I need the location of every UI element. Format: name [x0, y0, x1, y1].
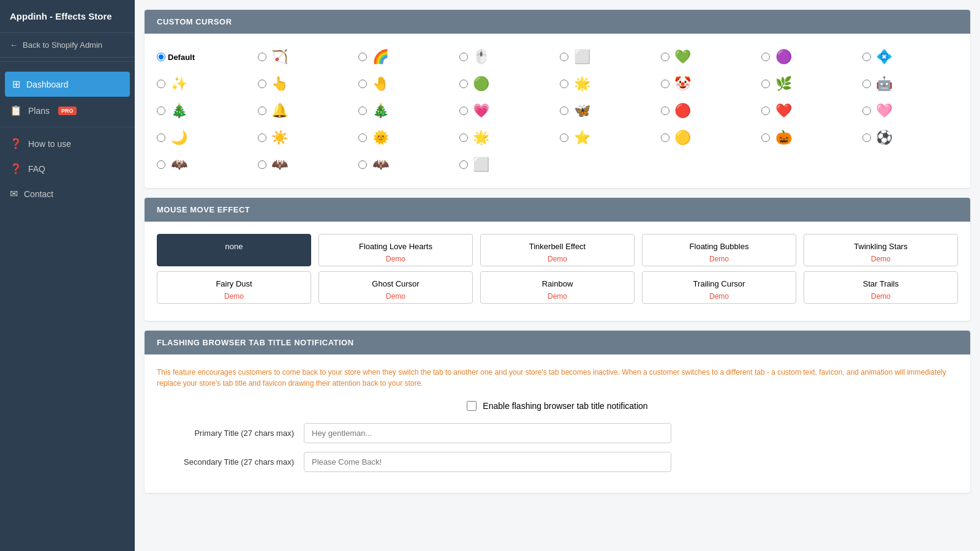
plans-icon: 📋 [10, 105, 22, 116]
cursor-option-13[interactable]: 🤡 [661, 73, 757, 95]
effect-row-2: Fairy Dust Demo Ghost Cursor Demo Rainbo… [157, 271, 958, 304]
cursor-option-30[interactable]: 🎃 [761, 127, 858, 149]
effect-star-trails[interactable]: Star Trails Demo [804, 271, 958, 304]
cursor-option-21[interactable]: 🔴 [661, 100, 757, 122]
cursor-option-29[interactable]: 🟡 [661, 127, 757, 149]
cursor-option-35[interactable]: ⬜ [459, 154, 556, 176]
sidebar: Appdinh - Effects Store ← Back to Shopif… [0, 0, 135, 551]
cursor-option-25[interactable]: ☀️ [258, 127, 354, 149]
sidebar-item-plans[interactable]: 📋 Plans PRO [0, 98, 135, 123]
effect-fairy-dust[interactable]: Fairy Dust Demo [157, 271, 311, 304]
effect-floating-love-hearts[interactable]: Floating Love Hearts Demo [318, 234, 473, 266]
effect-ghost-cursor[interactable]: Ghost Cursor Demo [318, 271, 473, 304]
secondary-title-row: Secondary Title (27 chars max) [157, 452, 958, 472]
faq-icon: ❓ [10, 163, 22, 174]
secondary-title-label: Secondary Title (27 chars max) [157, 457, 304, 467]
custom-cursor-body: Default 🏹 🌈 🖱️ ⬜ 💚 🟣 💠 ✨ 👆 🤚 🟢 🌟 🤡 🌿 🤖 [145, 34, 970, 188]
cursor-option-26[interactable]: 🌞 [358, 127, 454, 149]
cursor-option-19[interactable]: 💗 [459, 100, 556, 122]
cursor-option-4[interactable]: ⬜ [560, 46, 656, 68]
cursor-option-10[interactable]: 🤚 [358, 73, 454, 95]
cursor-default[interactable]: Default [157, 53, 253, 62]
mouse-move-effect-section: MOUSE MOVE EFFECT none Floating Love Hea… [145, 198, 970, 321]
cursor-option-23[interactable]: 🩷 [862, 100, 959, 122]
enable-row: Enable flashing browser tab title notifi… [157, 401, 958, 411]
cursor-option-7[interactable]: 💠 [862, 46, 959, 68]
enable-flashing-checkbox[interactable] [467, 401, 477, 411]
enable-flashing-label[interactable]: Enable flashing browser tab title notifi… [483, 401, 647, 411]
how-to-use-icon: ❓ [10, 138, 22, 149]
effect-tinkerbell[interactable]: Tinkerbell Effect Demo [480, 234, 635, 266]
cursor-default-radio[interactable] [157, 53, 165, 61]
cursor-option-11[interactable]: 🟢 [459, 73, 556, 95]
sidebar-item-contact[interactable]: ✉ Contact [0, 181, 135, 206]
effect-rainbow[interactable]: Rainbow Demo [480, 271, 635, 304]
cursor-option-34[interactable]: 🦇 [358, 154, 454, 176]
effect-none[interactable]: none [157, 234, 311, 266]
mouse-move-body: none Floating Love Hearts Demo Tinkerbel… [145, 222, 970, 321]
cursor-option-22[interactable]: ❤️ [761, 100, 858, 122]
sidebar-item-how-to-use[interactable]: ❓ How to use [0, 131, 135, 156]
cursor-option-32[interactable]: 🦇 [157, 154, 253, 176]
pro-badge: PRO [58, 107, 77, 115]
main-content: CUSTOM CURSOR Default 🏹 🌈 🖱️ ⬜ 💚 🟣 💠 ✨ 👆… [135, 0, 980, 551]
cursor-option-24[interactable]: 🌙 [157, 127, 253, 149]
effect-row-1: none Floating Love Hearts Demo Tinkerbel… [157, 234, 958, 266]
primary-title-input[interactable] [304, 423, 671, 443]
nav-section: ⊞ Dashboard 📋 Plans PRO ❓ How to use ❓ F… [0, 66, 135, 211]
cursor-option-8[interactable]: ✨ [157, 73, 253, 95]
custom-cursor-header: CUSTOM CURSOR [145, 10, 970, 34]
cursor-option-3[interactable]: 🖱️ [459, 46, 556, 68]
cursor-option-2[interactable]: 🌈 [358, 46, 454, 68]
cursor-option-15[interactable]: 🤖 [862, 73, 959, 95]
flashing-tab-header: FLASHING BROWSER TAB TITLE NOTIFICATION [145, 331, 970, 354]
primary-title-row: Primary Title (27 chars max) [157, 423, 958, 443]
cursor-option-9[interactable]: 👆 [258, 73, 354, 95]
effect-trailing-cursor[interactable]: Trailing Cursor Demo [642, 271, 796, 304]
back-to-shopify[interactable]: ← Back to Shopify Admin [0, 33, 135, 58]
effect-twinkling-stars[interactable]: Twinkling Stars Demo [804, 234, 958, 266]
back-arrow-icon: ← [10, 40, 18, 50]
cursor-option-31[interactable]: ⚽ [862, 127, 959, 149]
cursor-grid: Default 🏹 🌈 🖱️ ⬜ 💚 🟣 💠 ✨ 👆 🤚 🟢 🌟 🤡 🌿 🤖 [157, 46, 958, 176]
contact-icon: ✉ [10, 188, 18, 200]
effect-floating-bubbles[interactable]: Floating Bubbles Demo [642, 234, 796, 266]
cursor-option-1[interactable]: 🏹 [258, 46, 354, 68]
cursor-option-17[interactable]: 🔔 [258, 100, 354, 122]
cursor-option-28[interactable]: ⭐ [560, 127, 656, 149]
sidebar-item-faq[interactable]: ❓ FAQ [0, 156, 135, 181]
cursor-option-27[interactable]: 🌟 [459, 127, 556, 149]
cursor-option-14[interactable]: 🌿 [761, 73, 858, 95]
custom-cursor-section: CUSTOM CURSOR Default 🏹 🌈 🖱️ ⬜ 💚 🟣 💠 ✨ 👆… [145, 10, 970, 188]
flashing-tab-body: This feature encourages customers to com… [145, 354, 970, 493]
dashboard-icon: ⊞ [12, 78, 20, 90]
cursor-option-18[interactable]: 🎄 [358, 100, 454, 122]
flashing-tab-section: FLASHING BROWSER TAB TITLE NOTIFICATION … [145, 331, 970, 493]
cursor-option-16[interactable]: 🎄 [157, 100, 253, 122]
app-title: Appdinh - Effects Store [0, 0, 135, 33]
primary-title-label: Primary Title (27 chars max) [157, 429, 304, 438]
secondary-title-input[interactable] [304, 452, 671, 472]
flashing-description: This feature encourages customers to com… [157, 367, 958, 389]
cursor-option-5[interactable]: 💚 [661, 46, 757, 68]
mouse-move-header: MOUSE MOVE EFFECT [145, 198, 970, 222]
cursor-option-20[interactable]: 🦋 [560, 100, 656, 122]
cursor-option-6[interactable]: 🟣 [761, 46, 858, 68]
cursor-option-12[interactable]: 🌟 [560, 73, 656, 95]
sidebar-item-dashboard[interactable]: ⊞ Dashboard [5, 72, 130, 97]
cursor-option-33[interactable]: 🦇 [258, 154, 354, 176]
